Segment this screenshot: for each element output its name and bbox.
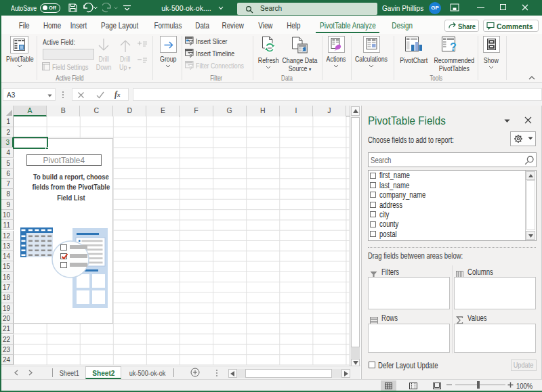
svg-text:?: ? [450,41,457,53]
